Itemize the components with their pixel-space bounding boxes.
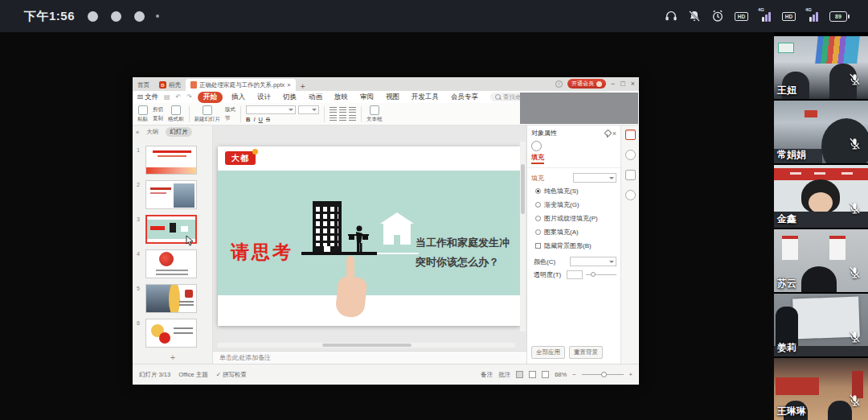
member-button[interactable]: 开通会员 (567, 79, 606, 89)
help-strip-icon[interactable] (625, 190, 636, 200)
font-name-combo[interactable] (246, 105, 296, 114)
panel-close-icon[interactable]: × (612, 130, 616, 138)
participant-video[interactable]: 王妞 (774, 36, 868, 99)
tab-outline[interactable]: 大纲 (142, 127, 162, 137)
info-icon[interactable]: i (555, 80, 563, 88)
file-menu-button[interactable]: 文件 (137, 93, 158, 102)
zoom-in-button[interactable]: + (629, 371, 633, 378)
ribbon-tab-member[interactable]: 会员专享 (448, 92, 481, 103)
current-slide[interactable]: 大都 请思考 (218, 146, 520, 326)
indent-icon[interactable] (349, 107, 356, 113)
undo-icon[interactable]: ↶ (176, 93, 182, 101)
normal-view-icon[interactable] (516, 371, 523, 378)
zoom-slider[interactable] (582, 374, 624, 375)
participant-video[interactable]: 金鑫 (774, 165, 868, 228)
option-solid-fill[interactable]: 纯色填充(S) (527, 184, 620, 198)
format-painter-button[interactable]: 格式刷 (168, 105, 184, 123)
mouse-cursor (186, 235, 194, 246)
copy-button[interactable]: 复制 (153, 115, 163, 122)
minimize-button[interactable]: − (611, 80, 616, 88)
add-slide-button[interactable]: + (133, 352, 213, 362)
bullets-icon[interactable] (330, 107, 337, 113)
numbering-icon[interactable] (339, 107, 346, 113)
new-slide-button[interactable]: 新建幻灯片 (194, 105, 221, 123)
slide-thumbnail-1[interactable]: 1 (133, 145, 213, 177)
sorter-view-icon[interactable] (529, 371, 536, 378)
transparency-slider[interactable] (586, 274, 616, 275)
notifications-muted-icon (688, 10, 701, 23)
ribbon-tab-view[interactable]: 视图 (383, 92, 403, 103)
close-button[interactable]: × (631, 80, 636, 88)
shared-screen-overlay (520, 93, 638, 124)
collapse-panel-button[interactable]: « (136, 129, 139, 136)
notes-bar[interactable]: 单击此处添加备注 (213, 351, 526, 364)
option-picture-fill[interactable]: 图片或纹理填充(P) (527, 212, 620, 225)
tab-document[interactable]: 正确处理家庭与工作的关系.pptx × (186, 79, 296, 91)
align-center-icon[interactable] (339, 115, 346, 121)
ribbon-tab-transition[interactable]: 切换 (280, 92, 300, 103)
section-button[interactable]: 节 (225, 115, 235, 122)
comments-toggle[interactable]: 批注 (498, 371, 510, 379)
object-properties-panel: 对象属性 × 填充 填充 纯色填充(S) 渐变填充(G) 图片或纹理填充(P) … (526, 126, 620, 364)
bold-button[interactable]: B (246, 116, 250, 123)
slide-canvas[interactable]: 大都 请思考 (213, 126, 526, 364)
participant-video[interactable]: 常娟娟 (774, 101, 868, 163)
align-left-icon[interactable] (330, 115, 337, 121)
ribbon-tab-start[interactable]: 开始 (198, 92, 223, 103)
horizontal-scrollbar[interactable] (218, 343, 515, 348)
line-spacing-icon[interactable] (349, 115, 356, 121)
properties-strip-icon[interactable] (625, 130, 636, 140)
vertical-scrollbar[interactable] (520, 142, 526, 331)
textbox-button[interactable]: 文本框 (366, 105, 383, 123)
design-strip-icon[interactable] (625, 170, 636, 180)
slideshow-view-icon[interactable] (542, 371, 549, 378)
spellcheck-button[interactable]: ✓拼写检查 (216, 371, 247, 379)
participant-video[interactable]: 王琳琳 (774, 358, 868, 420)
maximize-button[interactable]: □ (620, 80, 625, 88)
fill-tab[interactable]: 填充 (531, 153, 544, 164)
tab-close-icon[interactable]: × (287, 81, 290, 89)
checkbox-icon (535, 243, 541, 249)
fill-preset-combo[interactable] (573, 173, 616, 183)
option-gradient-fill[interactable]: 渐变填充(G) (527, 198, 620, 212)
slide-thumbnail-5[interactable]: 5 (133, 283, 213, 315)
italic-button[interactable]: I (253, 116, 255, 123)
layout-button[interactable]: 版式 (225, 106, 235, 113)
strikethrough-button[interactable]: S (266, 116, 270, 123)
ribbon-tab-design[interactable]: 设计 (254, 92, 274, 103)
option-pattern-fill[interactable]: 图案填充(A) (527, 225, 620, 239)
ribbon-tab-insert[interactable]: 插入 (228, 92, 248, 103)
pin-icon[interactable] (604, 130, 610, 137)
slide-thumbnail-6[interactable]: 6 (133, 318, 213, 350)
slide-thumbnail-4[interactable]: 4 (133, 249, 213, 281)
zoom-level[interactable]: 68% (555, 371, 567, 378)
apply-all-button[interactable]: 全部应用 (531, 346, 565, 359)
ribbon-tab-review[interactable]: 审阅 (357, 92, 377, 103)
new-tab-button[interactable]: + (296, 82, 310, 91)
zoom-out-button[interactable]: − (572, 371, 575, 378)
font-size-combo[interactable] (298, 105, 319, 114)
color-picker-combo[interactable] (570, 257, 616, 266)
participant-video[interactable]: 苏云 (774, 229, 868, 292)
save-icon[interactable]: ▤ (164, 93, 170, 101)
notes-toggle[interactable]: 备注 (481, 371, 493, 379)
paste-button[interactable]: 粘贴 (137, 105, 148, 123)
option-hide-background[interactable]: 隐藏背景图形(B) (527, 239, 620, 253)
wps-tabbar: 首页 D稻壳 正确处理家庭与工作的关系.pptx × + i 开通会员 − □ … (133, 77, 639, 91)
tab-docer[interactable]: D稻壳 (154, 79, 186, 91)
ribbon-tab-devtools[interactable]: 开发工具 (408, 92, 442, 103)
transparency-spinbox[interactable] (567, 270, 583, 279)
reset-background-button[interactable]: 重置背景 (569, 346, 603, 359)
tab-home[interactable]: 首页 (133, 79, 154, 91)
underline-button[interactable]: U (259, 116, 263, 123)
ribbon-tab-animation[interactable]: 动画 (305, 92, 326, 103)
slide-thumbnail-3-selected[interactable]: 3 (133, 214, 213, 246)
tab-slides[interactable]: 幻灯片 (166, 127, 192, 137)
participant-video[interactable]: 姜莉 (774, 294, 868, 356)
cut-button[interactable]: 剪切 (153, 106, 163, 113)
redo-icon[interactable]: ↷ (186, 93, 192, 101)
animation-strip-icon[interactable] (625, 150, 636, 160)
slide-thumbnail-2[interactable]: 2 (133, 179, 213, 212)
ribbon-tab-slideshow[interactable]: 放映 (331, 92, 351, 103)
format-painter-icon (171, 105, 181, 115)
